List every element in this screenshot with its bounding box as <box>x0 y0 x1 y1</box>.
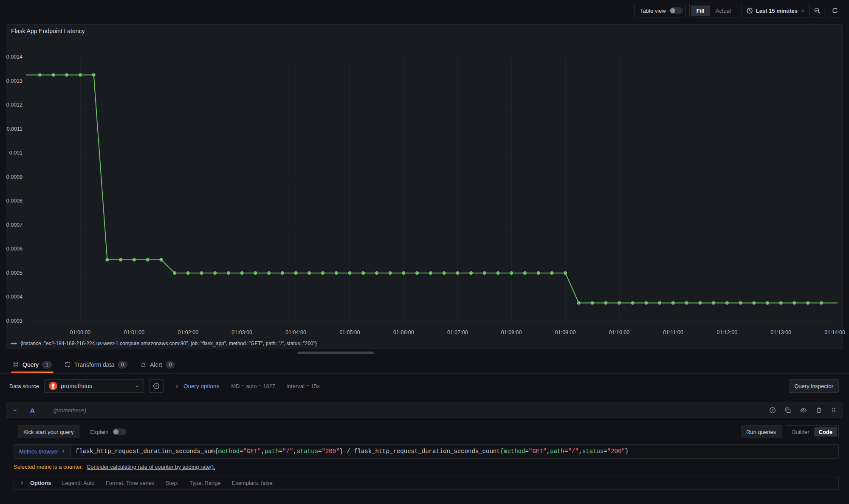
table-view-group: Table view <box>635 4 686 17</box>
run-queries-button[interactable]: Run queries <box>741 425 781 438</box>
database-icon <box>13 361 19 368</box>
chevron-right-icon <box>20 481 24 485</box>
metrics-browser-toggle[interactable]: Metrics browser <box>14 445 71 458</box>
svg-text:0.0007: 0.0007 <box>6 222 23 228</box>
query-inspector-button[interactable]: Query inspector <box>789 379 839 393</box>
option-type: Type: Range <box>189 480 221 486</box>
svg-text:01:03:00: 01:03:00 <box>231 329 252 335</box>
datasource-label: Data source <box>9 383 39 389</box>
clock-icon <box>746 7 753 14</box>
svg-text:01:02:00: 01:02:00 <box>178 329 198 335</box>
transform-icon <box>65 361 71 368</box>
zoom-out-button[interactable] <box>810 4 824 17</box>
max-data-points-text: MD = auto = 1827 <box>231 383 275 389</box>
code-option[interactable]: Code <box>814 427 838 436</box>
drag-handle-icon[interactable] <box>831 407 837 414</box>
metrics-browser-label: Metrics browser <box>19 448 58 455</box>
query-ref-id[interactable]: A <box>30 407 35 414</box>
refresh-button[interactable] <box>828 4 842 17</box>
trash-icon[interactable] <box>815 407 822 414</box>
svg-text:0.0012: 0.0012 <box>6 102 23 108</box>
tab-query-count: 1 <box>42 361 52 369</box>
svg-text:0.001: 0.001 <box>9 150 23 156</box>
promql-query[interactable]: flask_http_request_duration_seconds_sum{… <box>71 445 838 458</box>
pane-resize-handle[interactable] <box>297 352 374 354</box>
option-exemplars: Exemplars: false <box>232 480 273 486</box>
series-legend-label: {instance="ec2-184-169-216-224.us-west-1… <box>20 341 317 346</box>
editor-tabs: Query 1 Transform data 0 Alert 0 <box>0 356 849 374</box>
query-options-summary: MD = auto = 1827 Interval = 15s <box>231 383 319 389</box>
counter-warning: Selected metric is a counter. Consider c… <box>14 464 839 470</box>
query-options-toggle[interactable]: Query options <box>175 383 219 389</box>
datasource-select[interactable]: prometheus <box>44 379 144 393</box>
svg-text:01:14:00: 01:14:00 <box>824 329 845 335</box>
tab-alert-count: 0 <box>166 361 175 369</box>
datasource-row: Data source prometheus ? Query options M… <box>0 374 849 398</box>
chevron-right-icon <box>175 384 179 389</box>
warning-text: Selected metric is a counter. <box>14 464 83 470</box>
chevron-down-icon <box>801 8 805 13</box>
query-row-actions: ? <box>769 407 837 414</box>
eye-icon[interactable] <box>800 407 807 414</box>
collapse-chevron-icon[interactable] <box>12 408 17 413</box>
help-icon[interactable]: ? <box>769 407 776 414</box>
svg-text:0.0011: 0.0011 <box>7 126 23 132</box>
query-row-header: A (prometheus) ? <box>6 403 843 418</box>
svg-text:01:11:00: 01:11:00 <box>663 329 683 335</box>
tab-query[interactable]: Query 1 <box>13 356 52 373</box>
time-range-label: Last 15 minutes <box>756 8 798 14</box>
legend-item[interactable]: {instance="ec2-184-169-216-224.us-west-1… <box>11 341 317 346</box>
svg-text:0.0009: 0.0009 <box>6 174 23 180</box>
latency-chart[interactable]: 0.00140.00130.00120.00110.0010.00090.000… <box>6 25 843 349</box>
kick-start-query-button[interactable]: Kick start your query <box>18 425 79 438</box>
duplicate-icon[interactable] <box>784 407 791 414</box>
datasource-help-button[interactable]: ? <box>149 379 164 393</box>
tab-alert[interactable]: Alert 0 <box>140 356 175 373</box>
add-rate-link[interactable]: Consider calculating rate of counter by … <box>87 464 215 470</box>
series-color-dash <box>11 343 17 344</box>
option-legend: Legend: Auto <box>62 480 95 486</box>
actual-option[interactable]: Actual <box>710 6 736 16</box>
option-step: Step: <box>166 480 178 486</box>
timeseries-panel: Flask App Endpoint Latency 0.00140.00130… <box>6 24 843 349</box>
table-view-label: Table view <box>640 8 666 14</box>
builder-code-switch: Builder Code <box>786 425 839 438</box>
promql-editor: Metrics browser flask_http_request_durat… <box>14 444 839 459</box>
prometheus-icon <box>49 382 57 390</box>
svg-text:?: ? <box>155 384 157 388</box>
svg-text:?: ? <box>771 408 773 412</box>
panel-editor-topbar: Table view Fill Actual Last 15 minutes <box>0 0 849 21</box>
fill-actual-switch: Fill Actual <box>689 4 738 17</box>
explain-toggle[interactable] <box>113 428 126 435</box>
explain-label: Explain <box>90 429 109 435</box>
svg-text:0.0013: 0.0013 <box>6 78 23 84</box>
tab-transform-label: Transform data <box>74 361 114 368</box>
svg-text:0.0014: 0.0014 <box>6 54 23 60</box>
time-range-group: Last 15 minutes <box>742 4 824 17</box>
query-toolbar: Kick start your query Explain Run querie… <box>18 425 839 438</box>
query-datasource-hint: (prometheus) <box>54 407 86 414</box>
tab-query-label: Query <box>23 361 39 368</box>
time-range-picker[interactable]: Last 15 minutes <box>742 4 810 17</box>
datasource-value: prometheus <box>61 383 92 389</box>
tab-transform-data[interactable]: Transform data 0 <box>65 356 127 373</box>
svg-text:01:04:00: 01:04:00 <box>285 329 306 335</box>
query-options-collapsed[interactable]: Options Legend: Auto Format: Time series… <box>14 476 839 490</box>
table-view-toggle[interactable] <box>669 7 683 14</box>
svg-text:01:01:00: 01:01:00 <box>124 329 145 335</box>
svg-text:01:07:00: 01:07:00 <box>447 329 468 335</box>
svg-text:01:05:00: 01:05:00 <box>339 329 360 335</box>
tab-transform-count: 0 <box>118 361 127 369</box>
interval-text: Interval = 15s <box>286 383 319 389</box>
panel-title: Flask App Endpoint Latency <box>11 28 85 34</box>
svg-text:01:00:00: 01:00:00 <box>70 329 91 335</box>
chevron-down-icon <box>135 384 139 389</box>
svg-text:0.0003: 0.0003 <box>6 318 23 324</box>
pane-splitter-row <box>0 349 849 356</box>
builder-option[interactable]: Builder <box>787 427 814 436</box>
svg-text:0.0005: 0.0005 <box>6 270 23 276</box>
fill-option[interactable]: Fill <box>691 6 710 16</box>
svg-text:0.0008: 0.0008 <box>6 198 23 204</box>
svg-text:0.0004: 0.0004 <box>6 294 23 300</box>
svg-text:01:09:00: 01:09:00 <box>555 329 576 335</box>
